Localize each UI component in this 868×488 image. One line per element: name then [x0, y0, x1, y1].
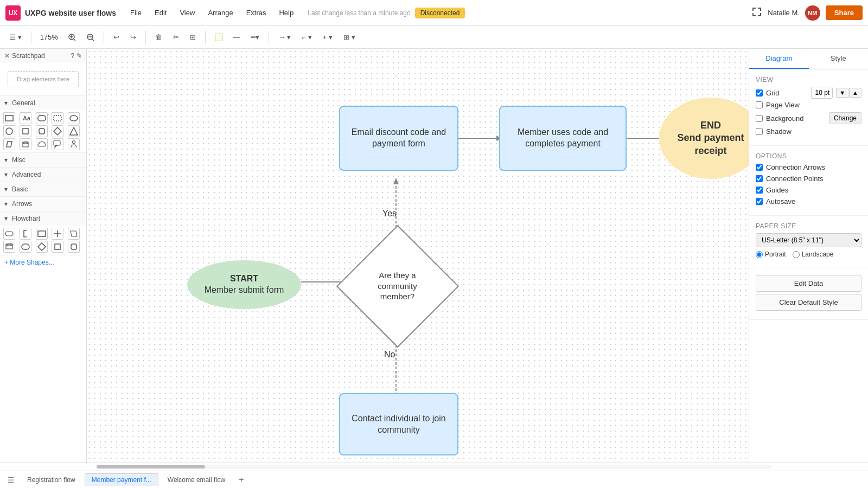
fill-color-btn[interactable]: [211, 31, 226, 44]
fc-bracket-l[interactable]: [20, 228, 31, 240]
menu-file[interactable]: File: [126, 7, 146, 19]
table-btn[interactable]: ⊞ ▾: [340, 30, 359, 44]
conn-arrows-label[interactable]: Connection Arrows: [756, 163, 825, 171]
contact-node[interactable]: Contact individual to join community: [339, 393, 458, 455]
waypoint-btn[interactable]: ⌐ ▾: [298, 30, 316, 44]
grid-value-input[interactable]: [811, 87, 833, 99]
line-style-btn[interactable]: ━▾: [247, 30, 263, 44]
shape-rect[interactable]: [3, 112, 15, 124]
fc-io[interactable]: [68, 228, 80, 240]
shape-cloud[interactable]: [36, 138, 48, 150]
scratchpad-info-icon[interactable]: ?: [71, 52, 74, 60]
autosave-checkbox[interactable]: [756, 198, 763, 205]
end-node[interactable]: END Send payment receipt: [659, 98, 749, 179]
page-view-checkbox[interactable]: [756, 101, 763, 108]
tab-diagram[interactable]: Diagram: [749, 49, 809, 69]
conn-arrows-checkbox[interactable]: [756, 164, 763, 171]
scrollbar-area[interactable]: [97, 465, 771, 469]
fc-rounded2[interactable]: [68, 241, 80, 253]
page-view-label[interactable]: Page View: [756, 101, 800, 109]
canvas[interactable]: Yes No START Member submit form Are they…: [87, 49, 749, 463]
landscape-radio[interactable]: [793, 251, 800, 258]
edit-data-btn[interactable]: Edit Data: [756, 275, 861, 292]
change-background-btn[interactable]: Change: [829, 112, 861, 124]
tab-style[interactable]: Style: [809, 49, 869, 69]
fc-small-rect[interactable]: [52, 241, 63, 253]
shape-circle[interactable]: [3, 125, 15, 137]
menu-extras[interactable]: Extras: [242, 7, 271, 19]
shadow-label[interactable]: Shadow: [756, 127, 792, 136]
scratchpad-close-icon[interactable]: ✕: [4, 52, 10, 60]
conn-points-checkbox[interactable]: [756, 175, 763, 182]
clear-default-style-btn[interactable]: Clear Default Style: [756, 294, 861, 311]
scratchpad-header[interactable]: ✕ Scratchpad ? ✎: [0, 49, 86, 63]
bottom-tab-registration[interactable]: Registration flow: [20, 473, 82, 486]
grid-checkbox-label[interactable]: Grid: [756, 89, 780, 97]
grid-checkbox[interactable]: [756, 89, 763, 97]
delete-btn[interactable]: 🗑: [151, 30, 166, 44]
arrows-header[interactable]: ▾ Arrows: [0, 197, 86, 211]
shape-parallelogram[interactable]: [3, 138, 15, 150]
grid-increase-btn[interactable]: ▲: [849, 88, 861, 98]
shape-rounded-small[interactable]: [36, 125, 48, 137]
landscape-label[interactable]: Landscape: [793, 251, 834, 258]
pages-toggle[interactable]: ☰ ▾: [5, 30, 25, 44]
menu-arrange[interactable]: Arrange: [203, 7, 237, 19]
add-tab-btn[interactable]: +: [234, 473, 248, 487]
redo-btn[interactable]: ↪: [126, 30, 140, 44]
fc-cross[interactable]: [52, 228, 63, 240]
shape-dotted-rect[interactable]: [52, 112, 63, 124]
zoom-in-btn[interactable]: [65, 31, 80, 44]
bottom-tab-member-payment[interactable]: Member payment f...: [85, 473, 158, 486]
background-checkbox[interactable]: [756, 115, 763, 122]
shape-person[interactable]: [68, 138, 80, 150]
autosave-label[interactable]: Autosave: [756, 197, 795, 206]
shadow-checkbox[interactable]: [756, 128, 763, 135]
menu-help[interactable]: Help: [275, 7, 298, 19]
scrollbar-thumb[interactable]: [97, 465, 205, 468]
portrait-radio[interactable]: [756, 251, 763, 258]
fc-start[interactable]: [3, 228, 15, 240]
shape-cylinder[interactable]: [20, 138, 31, 150]
menu-edit[interactable]: Edit: [150, 7, 171, 19]
fullscreen-icon[interactable]: [751, 7, 762, 17]
shape-ellipse[interactable]: [68, 112, 80, 124]
shape-rounded-rect[interactable]: [36, 112, 48, 124]
shape-small-rect[interactable]: [20, 125, 31, 137]
misc-header[interactable]: ▾ Misc: [0, 153, 86, 167]
member-uses-node[interactable]: Member uses code and completes payment: [499, 106, 627, 171]
insert-btn[interactable]: + ▾: [319, 30, 336, 44]
bottom-tab-welcome-email[interactable]: Welcome email flow: [161, 473, 232, 486]
start-node[interactable]: START Member submit form: [187, 260, 301, 309]
paper-size-select[interactable]: US-Letter (8.5" x 11"): [756, 233, 861, 247]
decision-node[interactable]: Are they a community member?: [350, 239, 445, 333]
flowchart-header[interactable]: ▾ Flowchart: [0, 211, 86, 226]
portrait-label[interactable]: Portrait: [756, 251, 786, 258]
scratchpad-edit-icon[interactable]: ✎: [76, 52, 82, 60]
basic-header[interactable]: ▾ Basic: [0, 182, 86, 196]
zoom-out-btn[interactable]: [83, 31, 98, 44]
share-button[interactable]: Share: [826, 5, 863, 20]
email-node[interactable]: Email discount code and payment form: [339, 106, 458, 171]
background-label[interactable]: Background: [756, 114, 803, 123]
advanced-header[interactable]: ▾ Advanced: [0, 168, 86, 182]
more-shapes-btn[interactable]: + More Shapes...: [0, 255, 86, 269]
menu-view[interactable]: View: [175, 7, 199, 19]
general-header[interactable]: ▾ General: [0, 96, 86, 110]
shape-triangle[interactable]: [68, 125, 80, 137]
undo-btn[interactable]: ↩: [110, 30, 123, 44]
fc-cylinder[interactable]: [3, 241, 15, 253]
copy-btn[interactable]: ⊞: [186, 30, 200, 44]
fc-diamond[interactable]: [36, 241, 48, 253]
shape-callout[interactable]: [52, 138, 63, 150]
line-color-btn[interactable]: —: [229, 30, 244, 44]
cut-btn[interactable]: ✂: [169, 30, 183, 44]
guides-checkbox[interactable]: [756, 187, 763, 194]
fc-rect[interactable]: [36, 228, 48, 240]
tab-menu-btn[interactable]: ☰: [4, 473, 18, 486]
shape-text[interactable]: Aa: [20, 112, 31, 124]
guides-label[interactable]: Guides: [756, 186, 788, 194]
conn-points-label[interactable]: Connection Points: [756, 175, 824, 183]
grid-decrease-btn[interactable]: ▼: [836, 88, 848, 98]
connector-btn[interactable]: → ▾: [275, 30, 295, 44]
